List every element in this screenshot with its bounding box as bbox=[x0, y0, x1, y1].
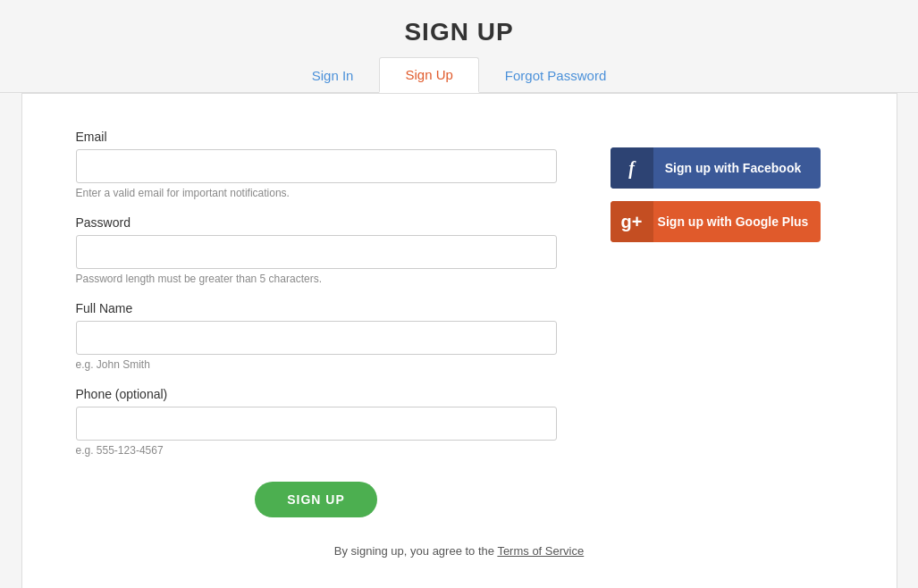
fullname-input[interactable] bbox=[76, 321, 557, 355]
terms-prefix: By signing up, you agree to the bbox=[334, 544, 498, 558]
email-input[interactable] bbox=[76, 149, 557, 183]
phone-field-group: Phone (optional) e.g. 555-123-4567 bbox=[76, 387, 557, 457]
password-hint: Password length must be greater than 5 c… bbox=[76, 273, 557, 285]
signup-button[interactable]: SIGN UP bbox=[255, 482, 377, 517]
password-input[interactable] bbox=[76, 235, 557, 269]
phone-input[interactable] bbox=[76, 407, 557, 441]
google-signup-label: Sign up with Google Plus bbox=[653, 214, 821, 229]
tab-signin[interactable]: Sign In bbox=[286, 58, 380, 92]
form-section: Email Enter a valid email for important … bbox=[76, 130, 557, 517]
fullname-label: Full Name bbox=[76, 301, 557, 315]
password-label: Password bbox=[76, 215, 557, 230]
facebook-signup-button[interactable]: f Sign up with Facebook bbox=[611, 147, 821, 189]
tab-forgot[interactable]: Forgot Password bbox=[479, 58, 632, 92]
tabs-container: Sign In Sign Up Forgot Password bbox=[0, 57, 918, 93]
social-section: f Sign up with Facebook g+ Sign up with … bbox=[611, 130, 843, 517]
facebook-signup-label: Sign up with Facebook bbox=[653, 161, 821, 175]
phone-hint: e.g. 555-123-4567 bbox=[76, 444, 557, 457]
facebook-icon: f bbox=[611, 147, 653, 189]
email-field-group: Email Enter a valid email for important … bbox=[76, 130, 557, 199]
fullname-hint: e.g. John Smith bbox=[76, 358, 557, 371]
email-label: Email bbox=[76, 130, 557, 144]
terms-link[interactable]: Terms of Service bbox=[497, 544, 584, 558]
fullname-field-group: Full Name e.g. John Smith bbox=[76, 301, 557, 371]
main-card: Email Enter a valid email for important … bbox=[21, 93, 897, 588]
page-title: SIGN UP bbox=[404, 18, 513, 46]
password-field-group: Password Password length must be greater… bbox=[76, 215, 557, 285]
google-signup-button[interactable]: g+ Sign up with Google Plus bbox=[611, 201, 821, 242]
terms-section: By signing up, you agree to the Terms of… bbox=[76, 544, 843, 558]
email-hint: Enter a valid email for important notifi… bbox=[76, 187, 557, 199]
tab-signup[interactable]: Sign Up bbox=[379, 57, 478, 93]
google-plus-icon: g+ bbox=[611, 201, 653, 242]
phone-label: Phone (optional) bbox=[76, 387, 557, 401]
